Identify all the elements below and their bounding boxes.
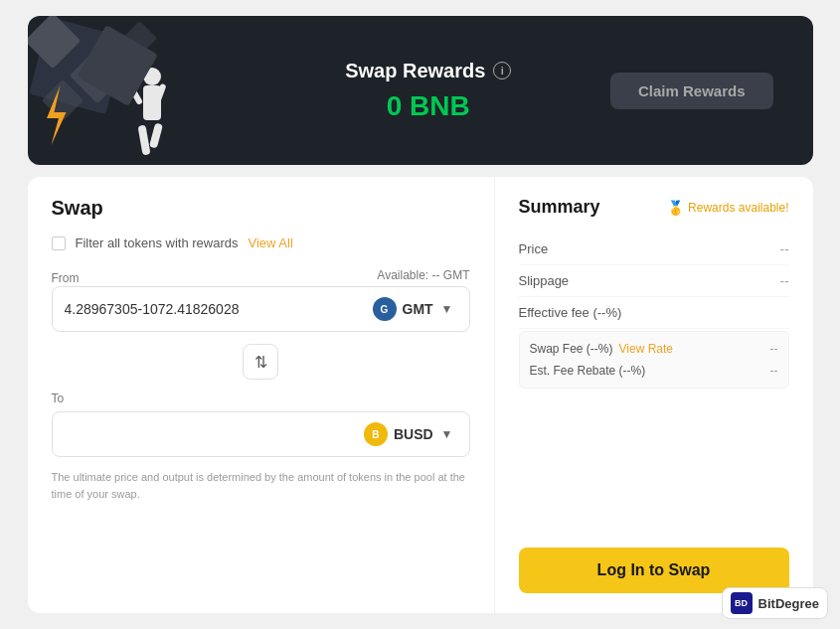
from-token-selector[interactable]: G GMT ▼ xyxy=(369,295,457,323)
main-panel: Swap Filter all tokens with rewards View… xyxy=(28,177,813,613)
filter-checkbox[interactable] xyxy=(52,236,66,250)
banner-content: Swap Rewards i 0 BNB xyxy=(247,60,610,122)
fee-box: Swap Fee (--%) View Rate -- Est. Fee Reb… xyxy=(519,331,789,389)
bitdegree-badge: BD BitDegree xyxy=(722,587,828,619)
effective-fee-label: Effective fee (--%) xyxy=(519,305,622,320)
runner-head xyxy=(143,68,161,85)
slippage-value: -- xyxy=(780,273,789,288)
from-label-row: From Available: -- GMT xyxy=(52,268,470,286)
info-icon[interactable]: i xyxy=(493,62,511,79)
banner-title-text: Swap Rewards xyxy=(345,60,485,82)
medal-icon: 🥇 xyxy=(667,200,684,216)
effective-fee-row: Effective fee (--%) xyxy=(519,297,789,329)
to-amount-input[interactable] xyxy=(65,426,360,442)
banner-art xyxy=(28,16,247,165)
price-label: Price xyxy=(519,241,549,256)
decorative-diamond xyxy=(28,16,81,69)
runner-arm xyxy=(126,83,142,105)
slippage-row: Slippage -- xyxy=(519,265,789,297)
summary-title: Summary xyxy=(519,197,600,218)
rebate-row: Est. Fee Rebate (--%) -- xyxy=(530,360,778,382)
swap-arrows-icon: ⇅ xyxy=(254,353,267,372)
swap-disclaimer: The ultimate price and output is determi… xyxy=(52,469,470,502)
to-label: To xyxy=(52,392,470,405)
from-amount-input[interactable] xyxy=(65,301,369,317)
swap-title: Swap xyxy=(52,197,470,220)
to-input-row: B BUSD ▼ xyxy=(52,411,470,457)
view-rate-link[interactable]: View Rate xyxy=(619,342,673,356)
bnb-amount: 0 BNB xyxy=(387,90,470,122)
gmt-token-icon: G xyxy=(373,297,397,321)
chevron-down-icon: ▼ xyxy=(441,302,453,316)
price-value: -- xyxy=(780,241,789,256)
filter-label: Filter all tokens with rewards xyxy=(76,236,239,250)
bitdegree-icon: BD xyxy=(731,592,753,614)
from-token-name: GMT xyxy=(403,301,433,317)
summary-header: Summary 🥇 Rewards available! xyxy=(519,197,789,218)
from-input-row: G GMT ▼ xyxy=(52,286,470,332)
rebate-value: -- xyxy=(770,364,778,378)
from-label: From xyxy=(52,271,80,285)
swap-fee-value: -- xyxy=(770,342,778,356)
rewards-available-text: Rewards available! xyxy=(688,201,788,215)
rebate-label: Est. Fee Rebate (--%) xyxy=(530,364,646,378)
slippage-label: Slippage xyxy=(519,273,570,288)
busd-token-icon: B xyxy=(364,422,388,446)
filter-row: Filter all tokens with rewards View All xyxy=(52,236,470,250)
to-token-selector[interactable]: B BUSD ▼ xyxy=(360,420,457,448)
bitdegree-label: BitDegree xyxy=(758,596,819,611)
runner-leg xyxy=(148,122,162,148)
swap-direction-button[interactable]: ⇅ xyxy=(243,344,278,380)
summary-section: Summary 🥇 Rewards available! Price -- Sl… xyxy=(495,177,813,613)
claim-button-wrapper: Claim Rewards xyxy=(610,73,773,109)
available-text: Available: -- GMT xyxy=(377,268,469,282)
swap-section: Swap Filter all tokens with rewards View… xyxy=(28,177,495,613)
to-token-name: BUSD xyxy=(394,426,433,442)
swap-rewards-banner: Swap Rewards i 0 BNB Claim Rewards xyxy=(28,16,813,165)
banner-title: Swap Rewards i xyxy=(345,60,511,82)
rewards-available-badge: 🥇 Rewards available! xyxy=(667,200,788,216)
claim-rewards-button[interactable]: Claim Rewards xyxy=(610,73,773,109)
runner-leg xyxy=(137,125,150,156)
swap-fee-row: Swap Fee (--%) View Rate -- xyxy=(530,338,778,360)
view-all-link[interactable]: View All xyxy=(249,236,293,250)
swap-fee-label: Swap Fee (--%) View Rate xyxy=(530,342,674,356)
chevron-down-icon: ▼ xyxy=(441,427,453,441)
runner-figure xyxy=(107,51,197,160)
decorative-diamond xyxy=(121,21,156,56)
price-row: Price -- xyxy=(519,234,789,265)
